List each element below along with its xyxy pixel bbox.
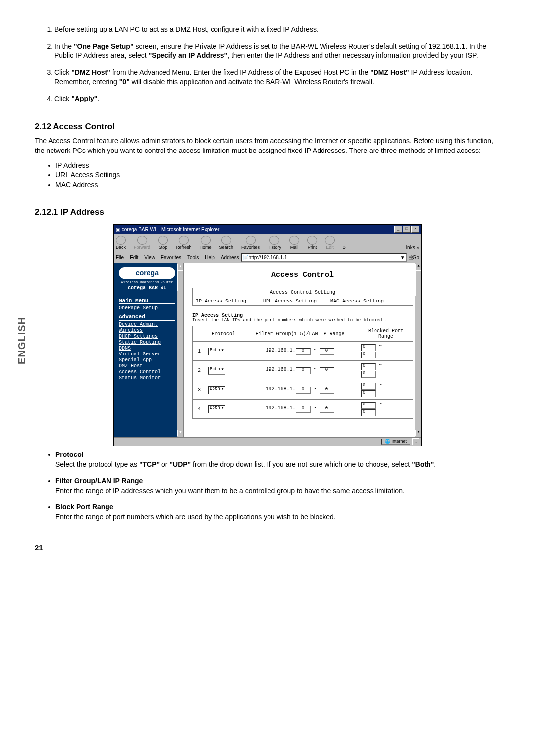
resize-grip-icon[interactable]: ⣀ [412, 438, 419, 445]
sidebar-link-dhcp-settings[interactable]: DHCP Settings [119, 334, 175, 339]
sidebar-link-ddns[interactable]: DDNS [119, 346, 175, 351]
toolbar-search[interactable]: Search [219, 236, 234, 250]
scroll-thumb[interactable] [177, 270, 184, 291]
toolbar-print[interactable]: Print [307, 236, 317, 250]
port-range-cell: 0 ~0 [359, 361, 413, 380]
ip-end-input[interactable]: 0 [320, 387, 334, 394]
forward-icon [137, 236, 147, 245]
panel-subtitle: Access Control Setting [192, 288, 413, 297]
toolbar-back[interactable]: Back [116, 236, 126, 250]
sidebar-link-onepage[interactable]: OnePage Setup [119, 305, 175, 311]
address-label: Address [221, 255, 239, 260]
go-button[interactable]: ⇶Go [409, 255, 419, 260]
window-maximize-button[interactable]: □ [403, 226, 411, 233]
sidebar-link-static-routing[interactable]: Static Routing [119, 340, 175, 345]
menu-view[interactable]: View [144, 255, 155, 260]
row-number: 4 [193, 400, 206, 419]
window-minimize-button[interactable]: _ [394, 226, 402, 233]
window-titlebar[interactable]: ▣ corega BAR WL - Microsoft Internet Exp… [114, 225, 421, 234]
corega-logo: corega [119, 267, 175, 279]
toolbar-history[interactable]: History [268, 236, 281, 250]
method-ip-address: IP Address [55, 161, 500, 171]
toolbar-forward[interactable]: Forward [134, 236, 150, 250]
ie-menubar: File Edit View Favorites Tools Help Addr… [114, 252, 421, 263]
scroll-up-icon[interactable]: ▲ [415, 264, 421, 270]
menu-help[interactable]: Help [205, 255, 215, 260]
protocol-select[interactable]: Both [208, 405, 225, 413]
sidebar-link-access-control[interactable]: Access Control [119, 369, 175, 375]
toolbar-favorites[interactable]: Favorites [241, 236, 260, 250]
col-blocked-port: Blocked Port Range [359, 326, 413, 342]
ip-end-input[interactable]: 0 [320, 367, 334, 374]
address-input[interactable]: 📄 http://192.168.1.1▼ [241, 253, 407, 262]
ip-start-input[interactable]: 0 [296, 406, 311, 413]
page-title-access-control: Access Control [192, 271, 413, 280]
ip-range-cell: 192.168.1.0 ~ 0 [241, 361, 359, 380]
protocol-select[interactable]: Both [208, 367, 225, 375]
port-start-input[interactable]: 0 [361, 383, 376, 390]
sidebar-subtitle: Wireless Boardband Router [119, 281, 175, 285]
col-protocol: Protocol [206, 326, 241, 342]
instr-1: Before setting up a LAN PC to act as a D… [54, 25, 500, 35]
menu-favorites[interactable]: Favorites [161, 255, 181, 260]
port-start-input[interactable]: 0 [361, 344, 376, 351]
tab-mac-access[interactable]: MAC Access Setting [327, 297, 413, 305]
toolbar-refresh[interactable]: Refresh [176, 236, 192, 250]
main-scrollbar[interactable]: ▲ ▼ [415, 263, 421, 437]
heading-2-12-1: 2.12.1 IP Address [35, 206, 500, 218]
edit-icon [325, 236, 335, 245]
port-end-input[interactable]: 0 [361, 371, 376, 378]
port-end-input[interactable]: 0 [361, 390, 376, 397]
back-icon [116, 236, 126, 245]
table-row: 2Both192.168.1.0 ~ 00 ~0 [193, 361, 413, 380]
search-icon [221, 236, 231, 245]
protocol-select[interactable]: Both [208, 348, 225, 355]
sidebar-link-wireless[interactable]: Wireless [119, 328, 175, 333]
links-label[interactable]: Links » [403, 245, 419, 250]
toolbar-stop[interactable]: Stop [158, 236, 168, 250]
sidebar-link-status-monitor[interactable]: Status Monitor [119, 375, 175, 381]
ip-end-input[interactable]: 0 [320, 348, 334, 355]
router-main-pane: Access Control Access Control Setting IP… [184, 263, 421, 437]
scroll-up-icon[interactable]: ▲ [177, 264, 184, 270]
scroll-down-icon[interactable]: ▼ [415, 430, 421, 436]
row-number: 1 [193, 342, 206, 361]
stop-icon [158, 236, 168, 245]
port-start-input[interactable]: 0 [361, 402, 376, 409]
port-end-input[interactable]: 0 [361, 409, 376, 416]
ip-start-input[interactable]: 0 [296, 387, 311, 394]
menu-tools[interactable]: Tools [187, 255, 199, 260]
window-close-button[interactable]: × [411, 226, 419, 233]
method-mac-address: MAC Address [55, 180, 500, 190]
ip-start-input[interactable]: 0 [296, 348, 311, 355]
ip-end-input[interactable]: 0 [320, 406, 334, 413]
row-number: 3 [193, 380, 206, 400]
toolbar-home[interactable]: Home [200, 236, 212, 250]
status-internet-zone: 🌐 Internet [381, 439, 410, 445]
sidebar-advanced-head: Advanced [119, 314, 175, 321]
ip-start-input[interactable]: 0 [296, 367, 311, 374]
sidebar-link-virtual-server[interactable]: Virtual Server [119, 352, 175, 357]
sidebar-main-menu-head: Main Menu [119, 298, 175, 304]
menu-file[interactable]: File [116, 255, 124, 260]
tab-url-access[interactable]: URL Access Setting [260, 297, 327, 305]
ip-range-cell: 192.168.1.0 ~ 0 [241, 400, 359, 419]
sidebar-scrollbar[interactable]: ▲ ▼ [177, 263, 183, 437]
toolbar-mail[interactable]: Mail [289, 236, 299, 250]
port-start-input[interactable]: 0 [361, 363, 376, 370]
sidebar-link-special-app[interactable]: Special App [119, 357, 175, 363]
table-row: 4Both192.168.1.0 ~ 00 ~0 [193, 400, 413, 419]
ip-setting-heading: IP Access Setting [192, 313, 413, 318]
scroll-down-icon[interactable]: ▼ [177, 430, 184, 436]
ip-setting-note: Insert the LAN IPs and the port numbers … [192, 318, 413, 323]
sidebar-link-dmz-host[interactable]: DMZ Host [119, 363, 175, 369]
toolbar-edit[interactable]: Edit [325, 236, 335, 250]
scroll-thumb[interactable] [415, 270, 421, 296]
menu-edit[interactable]: Edit [130, 255, 138, 260]
sidebar-link-device-admin-[interactable]: Device Admin. [119, 322, 175, 327]
port-end-input[interactable]: 0 [361, 352, 376, 358]
method-url-access: URL Access Settings [55, 170, 500, 180]
protocol-select[interactable]: Both [208, 386, 225, 394]
tab-ip-access[interactable]: IP Access Setting [193, 297, 260, 305]
home-icon [201, 236, 211, 245]
